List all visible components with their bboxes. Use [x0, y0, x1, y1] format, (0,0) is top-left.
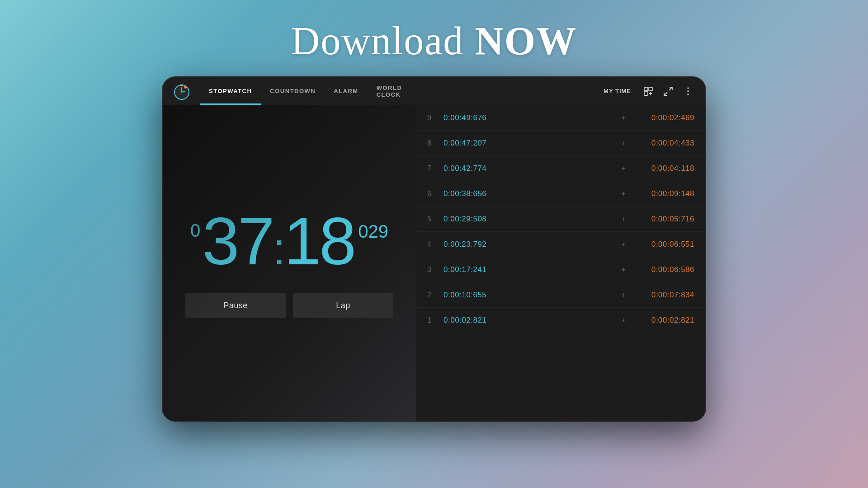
time-superscript: 0	[190, 221, 200, 239]
lap-total: 0:00:42:774	[443, 164, 616, 173]
nav-tabs: STOPWATCH COUNTDOWN ALARM WORLD CLOCK	[200, 77, 411, 105]
lap-total: 0:00:47:207	[443, 139, 616, 148]
lap-row: 80:00:47:207+0:00:04:433	[416, 131, 705, 156]
lap-split: 0:00:04:118	[631, 164, 694, 173]
lap-plus-icon: +	[621, 139, 626, 148]
lap-plus-icon: +	[621, 189, 626, 198]
svg-point-14	[687, 87, 689, 89]
lap-split: 0:00:05:716	[631, 215, 694, 224]
lap-total: 0:00:10:655	[443, 291, 616, 300]
lap-split: 0:00:06:551	[631, 240, 694, 249]
lap-row: 50:00:29:508+0:00:05:716	[416, 206, 705, 232]
lap-plus-icon: +	[621, 240, 626, 249]
tab-alarm[interactable]: ALARM	[325, 77, 367, 105]
lap-row: 20:00:10:655+0:00:07:834	[416, 282, 705, 308]
lap-plus-icon: +	[621, 164, 626, 173]
nav-bar: STOPWATCH COUNTDOWN ALARM WORLD CLOCK MY…	[163, 77, 705, 105]
lap-row: 40:00:23:792+0:00:06:551	[416, 232, 705, 257]
lap-split: 0:00:02:821	[631, 316, 694, 325]
tab-countdown[interactable]: COUNTDOWN	[261, 77, 325, 105]
tab-stopwatch[interactable]: STOPWATCH	[200, 77, 261, 105]
lap-total: 0:00:38:656	[443, 189, 616, 198]
lap-number: 4	[427, 240, 438, 249]
svg-rect-9	[644, 92, 648, 95]
lap-total: 0:00:23:792	[443, 240, 616, 249]
lap-number: 6	[427, 190, 438, 198]
stopwatch-buttons: Pause Lap	[185, 293, 393, 318]
lap-number: 8	[427, 139, 438, 147]
app-icon	[172, 81, 192, 101]
lap-number: 9	[427, 114, 438, 122]
page-title: Download NOW	[291, 18, 577, 64]
svg-point-16	[687, 94, 689, 95]
lap-row: 60:00:38:656+0:00:09:148	[416, 181, 705, 206]
svg-rect-7	[644, 87, 648, 91]
lap-number: 5	[427, 215, 438, 223]
stopwatch-panel: 0 37:18 029 Pause Lap	[163, 105, 416, 421]
lap-number: 2	[427, 291, 438, 299]
tab-worldclock[interactable]: WORLD CLOCK	[368, 77, 411, 105]
lap-plus-icon: +	[621, 316, 626, 325]
svg-line-13	[664, 92, 667, 95]
svg-line-12	[669, 87, 672, 90]
lap-split: 0:00:04:433	[631, 139, 694, 148]
main-content: 0 37:18 029 Pause Lap 90:00:49:676+0:00:…	[163, 105, 705, 421]
lap-row: 90:00:49:676+0:00:02:469	[416, 105, 705, 131]
time-main: 37:18	[202, 208, 354, 275]
lap-row: 10:00:02:821+0:00:02:821	[416, 308, 705, 333]
fullscreen-button[interactable]	[660, 83, 676, 99]
lap-plus-icon: +	[621, 291, 626, 300]
laps-panel[interactable]: 90:00:49:676+0:00:02:46980:00:47:207+0:0…	[416, 105, 705, 421]
lap-total: 0:00:49:676	[443, 113, 616, 122]
lap-plus-icon: +	[621, 215, 626, 224]
pause-button[interactable]: Pause	[185, 293, 286, 318]
lap-number: 1	[427, 316, 438, 324]
lap-plus-icon: +	[621, 265, 626, 274]
lap-split: 0:00:06:586	[631, 265, 694, 274]
device-frame: STOPWATCH COUNTDOWN ALARM WORLD CLOCK MY…	[163, 77, 705, 421]
lap-total: 0:00:29:508	[443, 215, 616, 224]
lap-plus-icon: +	[621, 113, 626, 122]
svg-point-15	[687, 90, 689, 92]
svg-rect-4	[180, 84, 183, 86]
more-options-button[interactable]	[680, 83, 696, 99]
lap-row: 30:00:17:241+0:00:06:586	[416, 257, 705, 282]
time-subsecond: 029	[358, 221, 388, 242]
lap-split: 0:00:02:469	[631, 113, 694, 122]
lap-split: 0:00:07:834	[631, 291, 694, 300]
my-time-label: MY TIME	[604, 88, 631, 94]
add-widget-button[interactable]	[640, 83, 656, 99]
lap-number: 7	[427, 164, 438, 173]
nav-icons	[640, 83, 696, 99]
lap-button[interactable]: Lap	[293, 293, 393, 318]
lap-split: 0:00:09:148	[631, 189, 694, 198]
lap-total: 0:00:02:821	[443, 316, 616, 325]
lap-row: 70:00:42:774+0:00:04:118	[416, 156, 705, 181]
lap-number: 3	[427, 266, 438, 274]
svg-rect-8	[649, 87, 652, 91]
lap-total: 0:00:17:241	[443, 265, 616, 274]
stopwatch-display: 0 37:18 029	[190, 208, 388, 275]
